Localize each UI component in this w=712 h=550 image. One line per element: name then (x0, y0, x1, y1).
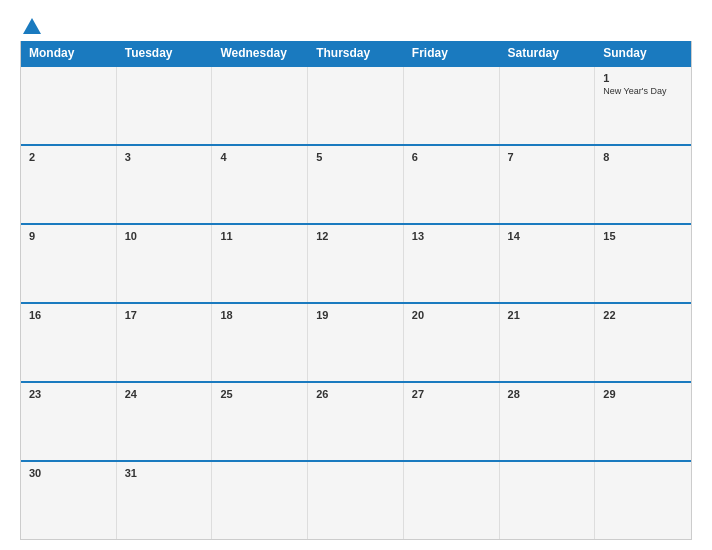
day-number: 8 (603, 151, 683, 163)
day-cell: 16 (21, 304, 117, 381)
calendar: MondayTuesdayWednesdayThursdayFridaySatu… (20, 41, 692, 540)
day-cell: 28 (500, 383, 596, 460)
day-number: 11 (220, 230, 299, 242)
weeks-container: 1New Year's Day2345678910111213141516171… (21, 65, 691, 539)
day-cell: 14 (500, 225, 596, 302)
day-number: 7 (508, 151, 587, 163)
day-cell: 5 (308, 146, 404, 223)
day-number: 27 (412, 388, 491, 400)
day-cell (212, 462, 308, 539)
day-cell: 10 (117, 225, 213, 302)
week-row-2: 9101112131415 (21, 223, 691, 302)
day-cell (404, 462, 500, 539)
day-number: 15 (603, 230, 683, 242)
logo-triangle-icon (23, 18, 41, 34)
day-number: 2 (29, 151, 108, 163)
day-number: 23 (29, 388, 108, 400)
day-number: 14 (508, 230, 587, 242)
day-number: 1 (603, 72, 683, 84)
day-number: 25 (220, 388, 299, 400)
day-number: 31 (125, 467, 204, 479)
day-cell (308, 462, 404, 539)
header (20, 18, 692, 35)
week-row-1: 2345678 (21, 144, 691, 223)
day-number: 16 (29, 309, 108, 321)
week-row-4: 23242526272829 (21, 381, 691, 460)
day-cell: 9 (21, 225, 117, 302)
day-cell: 29 (595, 383, 691, 460)
page: MondayTuesdayWednesdayThursdayFridaySatu… (0, 0, 712, 550)
day-cell (500, 462, 596, 539)
day-number: 29 (603, 388, 683, 400)
day-header-wednesday: Wednesday (212, 41, 308, 65)
day-cell: 22 (595, 304, 691, 381)
day-cell (212, 67, 308, 144)
day-cell: 30 (21, 462, 117, 539)
day-number: 5 (316, 151, 395, 163)
day-cell: 11 (212, 225, 308, 302)
day-number: 9 (29, 230, 108, 242)
day-number: 17 (125, 309, 204, 321)
week-row-0: 1New Year's Day (21, 65, 691, 144)
day-event: New Year's Day (603, 86, 683, 97)
logo (20, 18, 41, 35)
day-number: 19 (316, 309, 395, 321)
day-cell (500, 67, 596, 144)
day-cell: 4 (212, 146, 308, 223)
day-cell: 31 (117, 462, 213, 539)
day-header-monday: Monday (21, 41, 117, 65)
day-cell: 21 (500, 304, 596, 381)
day-headers: MondayTuesdayWednesdayThursdayFridaySatu… (21, 41, 691, 65)
day-number: 4 (220, 151, 299, 163)
day-number: 13 (412, 230, 491, 242)
day-number: 30 (29, 467, 108, 479)
week-row-5: 3031 (21, 460, 691, 539)
day-number: 21 (508, 309, 587, 321)
day-number: 6 (412, 151, 491, 163)
day-cell: 25 (212, 383, 308, 460)
day-cell: 2 (21, 146, 117, 223)
day-header-thursday: Thursday (308, 41, 404, 65)
day-cell: 20 (404, 304, 500, 381)
week-row-3: 16171819202122 (21, 302, 691, 381)
day-number: 26 (316, 388, 395, 400)
day-cell: 19 (308, 304, 404, 381)
day-cell (117, 67, 213, 144)
day-cell: 13 (404, 225, 500, 302)
day-cell: 27 (404, 383, 500, 460)
day-header-saturday: Saturday (500, 41, 596, 65)
day-cell (595, 462, 691, 539)
day-header-friday: Friday (404, 41, 500, 65)
day-cell: 8 (595, 146, 691, 223)
day-cell: 3 (117, 146, 213, 223)
day-header-tuesday: Tuesday (117, 41, 213, 65)
day-number: 22 (603, 309, 683, 321)
day-number: 28 (508, 388, 587, 400)
day-cell: 18 (212, 304, 308, 381)
day-cell: 15 (595, 225, 691, 302)
day-cell: 26 (308, 383, 404, 460)
day-number: 10 (125, 230, 204, 242)
day-number: 12 (316, 230, 395, 242)
day-cell: 7 (500, 146, 596, 223)
day-cell: 24 (117, 383, 213, 460)
day-cell: 23 (21, 383, 117, 460)
day-number: 20 (412, 309, 491, 321)
day-cell: 1New Year's Day (595, 67, 691, 144)
day-header-sunday: Sunday (595, 41, 691, 65)
day-cell: 6 (404, 146, 500, 223)
day-number: 24 (125, 388, 204, 400)
day-cell (308, 67, 404, 144)
day-number: 18 (220, 309, 299, 321)
day-cell: 12 (308, 225, 404, 302)
day-number: 3 (125, 151, 204, 163)
day-cell: 17 (117, 304, 213, 381)
day-cell (404, 67, 500, 144)
day-cell (21, 67, 117, 144)
